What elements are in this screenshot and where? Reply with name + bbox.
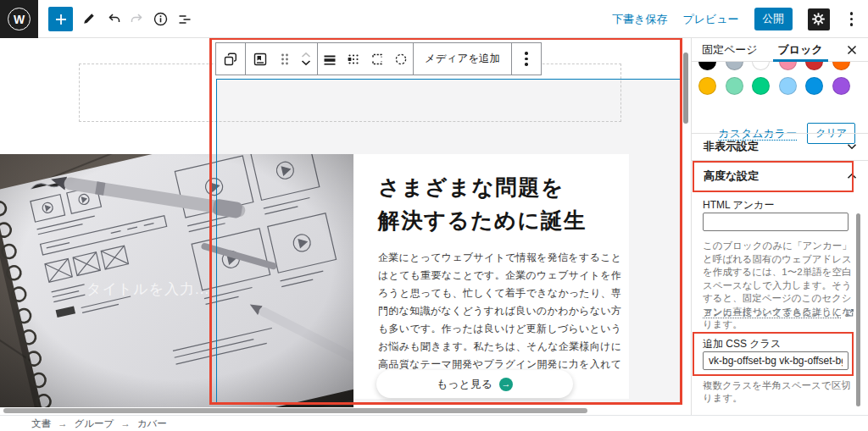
anchor-learn-more-link[interactable]: アンカーについてさらに詳しく (703, 307, 854, 319)
color-swatch-black[interactable] (698, 62, 716, 70)
chevron-down-icon (847, 143, 857, 150)
transform-block-icon (223, 52, 238, 67)
redo-icon (129, 11, 144, 26)
preview-button[interactable]: プレビュー (682, 12, 738, 27)
sidebar-scrollbar[interactable] (856, 213, 860, 406)
wordpress-logo-icon: W (8, 8, 31, 30)
color-swatch-amber[interactable] (698, 77, 716, 95)
breadcrumb-group[interactable]: グループ (75, 417, 114, 430)
more-button-label: もっと見る (437, 377, 492, 392)
duotone-icon (393, 52, 409, 67)
color-swatch-red[interactable] (805, 62, 823, 70)
toolbar-group-switcher (215, 42, 246, 75)
settings-sidebar: 固定ページ ブロック (691, 38, 868, 415)
drag-handle[interactable] (275, 43, 295, 75)
top-bar-actions: 下書き保存 プレビュー 公開 (612, 0, 858, 38)
editor-footer: 文書 → グループ → カバー (0, 415, 868, 431)
color-swatch-lightgreen[interactable] (726, 77, 743, 95)
publish-button[interactable]: 公開 (754, 8, 793, 30)
plus-icon (53, 12, 69, 27)
css-class-label: 追加 CSS クラス (703, 337, 781, 351)
html-anchor-label: HTML アンカー (703, 198, 774, 213)
arrow-right-icon: → (499, 378, 513, 391)
html-anchor-input[interactable] (703, 213, 849, 231)
alignment-button[interactable] (318, 43, 342, 75)
add-media-button[interactable]: メディアを追加 (414, 43, 511, 75)
chevron-up-icon (847, 173, 857, 180)
toolbar-group-mover (245, 42, 318, 75)
tab-page[interactable]: 固定ページ (692, 38, 768, 62)
align-icon (323, 52, 337, 67)
wordpress-editor: W 下書き保存 プレビュー 公開 (0, 0, 868, 431)
move-up-icon (301, 52, 311, 58)
anchor-link-label: アンカーについてさらに詳しく (703, 307, 842, 319)
breadcrumb: 文書 → グループ → カバー (31, 417, 167, 430)
css-class-input[interactable] (703, 351, 849, 370)
color-swatch-green[interactable] (752, 77, 770, 95)
color-swatch-pink[interactable] (779, 62, 797, 70)
position-matrix-icon (346, 52, 361, 67)
close-sidebar-button[interactable] (843, 41, 861, 59)
block-inserter-button[interactable] (48, 7, 73, 31)
tab-block[interactable]: ブロック (768, 38, 833, 62)
toolbar-group-options (511, 42, 542, 75)
breadcrumb-cover[interactable]: カバー (137, 417, 167, 430)
more-button[interactable]: もっと見る → (376, 370, 573, 398)
toolbar-group-cover-tools (317, 42, 414, 75)
external-link-icon (845, 308, 854, 318)
panel-hidden-settings[interactable]: 非表示設定 (692, 134, 868, 159)
redo-button[interactable] (125, 8, 147, 30)
editor-vertical-scrollbar[interactable] (683, 52, 688, 124)
editor-canvas: タイトルを入力... さまざまな問題を 解決するために誕生 企業にとってウェブサ… (0, 38, 691, 415)
panel-advanced-settings[interactable]: 高度な設定 (692, 163, 868, 189)
details-button[interactable] (149, 8, 171, 30)
cover-title-placeholder[interactable]: タイトルを入力... (86, 279, 209, 299)
color-swatch-white[interactable] (752, 62, 770, 70)
cover-block-icon (253, 52, 268, 67)
block-toolbar: メディアを追加 (216, 42, 542, 75)
hidden-settings-label: 非表示設定 (704, 139, 759, 154)
color-swatch-blue[interactable] (805, 77, 823, 95)
info-icon (153, 11, 169, 27)
color-swatch-purple[interactable] (832, 77, 850, 95)
options-menu-button[interactable] (845, 12, 858, 25)
full-height-icon (370, 52, 385, 67)
move-down-icon (301, 59, 311, 66)
color-palette (698, 62, 862, 121)
sidebar-tabs: 固定ページ ブロック (692, 38, 868, 62)
wordpress-logo[interactable]: W (0, 0, 38, 38)
section-heading[interactable]: さまざまな問題を 解決するために誕生 (378, 171, 587, 237)
cover-content-card: さまざまな問題を 解決するために誕生 企業にとってウェブサイトで情報を発信をする… (353, 154, 629, 399)
list-view-icon (176, 11, 192, 27)
editor-horizontal-scrollbar[interactable] (3, 408, 587, 413)
block-switcher-button[interactable] (216, 43, 245, 75)
editor-top-bar: W 下書き保存 プレビュー 公開 (0, 0, 868, 38)
color-swatch-orange[interactable] (832, 62, 850, 70)
block-mover[interactable] (295, 43, 317, 75)
save-draft-button[interactable]: 下書き保存 (612, 12, 667, 27)
toolbar-group-media: メディアを追加 (413, 42, 512, 75)
block-options-button[interactable] (512, 43, 541, 75)
list-view-button[interactable] (173, 8, 195, 30)
breadcrumb-separator: → (120, 418, 131, 428)
pencil-icon (81, 11, 97, 26)
close-icon (847, 45, 857, 55)
duotone-filter-button[interactable] (389, 43, 413, 75)
tools-button[interactable] (78, 8, 100, 30)
breadcrumb-document[interactable]: 文書 (31, 417, 51, 430)
undo-icon (107, 11, 122, 26)
advanced-settings-label: 高度な設定 (704, 169, 759, 184)
settings-button[interactable] (808, 8, 830, 30)
color-swatch-lightblue[interactable] (779, 77, 797, 95)
color-swatch-gray[interactable] (726, 62, 743, 70)
drag-handle-icon (279, 52, 291, 66)
gear-icon (811, 12, 826, 26)
css-class-help-text: 複数クラスを半角スペースで区切ります。 (703, 379, 860, 405)
breadcrumb-separator: → (58, 418, 68, 428)
content-position-button[interactable] (342, 43, 365, 75)
heading-line-2: 解決するために誕生 (378, 204, 587, 237)
ellipsis-icon (525, 52, 527, 65)
parent-cover-button[interactable] (246, 43, 275, 75)
undo-button[interactable] (103, 8, 125, 30)
full-height-button[interactable] (365, 43, 389, 75)
